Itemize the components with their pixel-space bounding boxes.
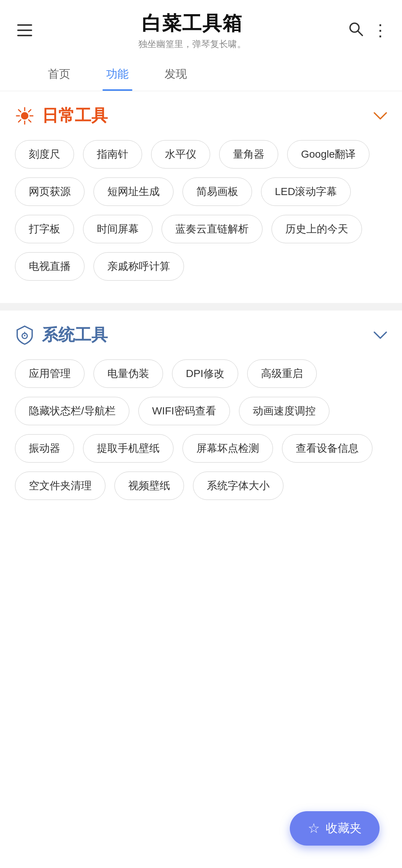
menu-icon[interactable] — [13, 24, 36, 36]
header-actions: ⋮ — [348, 21, 389, 40]
tabs-bar: 首页 功能 发现 — [0, 58, 402, 91]
system-tools-icon — [15, 325, 34, 345]
fab-label: 收藏夹 — [326, 820, 362, 837]
app-title: 白菜工具箱 — [142, 10, 243, 37]
tab-features[interactable]: 功能 — [88, 58, 147, 91]
system-tool-chip[interactable]: 隐藏状态栏/导航栏 — [15, 397, 129, 425]
tab-discover[interactable]: 发现 — [147, 58, 205, 91]
system-tool-chip[interactable]: 提取手机壁纸 — [83, 434, 174, 463]
header: 白菜工具箱 独坐幽篁里，弹琴复长啸。 ⋮ — [0, 0, 402, 58]
daily-tool-chip[interactable]: 指南针 — [83, 140, 142, 169]
svg-line-10 — [19, 109, 21, 112]
system-tools-section: 系统工具 应用管理电量伪装DPI修改高级重启隐藏状态栏/导航栏WIFI密码查看动… — [0, 311, 402, 515]
svg-line-11 — [29, 120, 31, 122]
tab-home[interactable]: 首页 — [30, 58, 88, 91]
daily-tool-chip[interactable]: 电视直播 — [15, 252, 85, 281]
system-tools-header: 系统工具 — [15, 324, 387, 346]
system-tool-chip[interactable]: 高级重启 — [247, 359, 317, 388]
daily-tool-chip[interactable]: 短网址生成 — [93, 177, 174, 206]
daily-tool-chip[interactable]: 时间屏幕 — [83, 215, 153, 243]
svg-line-12 — [29, 109, 31, 112]
daily-tool-chip[interactable]: 蓝奏云直链解析 — [162, 215, 263, 243]
daily-tool-chip[interactable]: 历史上的今天 — [271, 215, 362, 243]
system-tools-header-left: 系统工具 — [15, 324, 108, 346]
daily-tools-title: 日常工具 — [42, 105, 108, 127]
daily-tool-chip[interactable]: 打字板 — [15, 215, 74, 243]
daily-tool-chip[interactable]: 简易画板 — [182, 177, 252, 206]
svg-rect-2 — [17, 35, 32, 36]
system-tool-chip[interactable]: 电量伪装 — [93, 359, 163, 388]
daily-tool-chip[interactable]: 网页获源 — [15, 177, 85, 206]
header-title-block: 白菜工具箱 独坐幽篁里，弹琴复长啸。 — [36, 10, 348, 50]
system-tool-chip[interactable]: 屏幕坏点检测 — [182, 434, 273, 463]
daily-tools-chevron[interactable] — [374, 108, 387, 124]
system-tool-chip[interactable]: 振动器 — [15, 434, 74, 463]
daily-tool-chip[interactable]: 刻度尺 — [15, 140, 74, 169]
daily-tool-chip[interactable]: 量角器 — [219, 140, 278, 169]
svg-rect-0 — [17, 24, 32, 26]
svg-point-16 — [24, 335, 25, 336]
daily-tools-header: 日常工具 — [15, 105, 387, 127]
svg-line-4 — [358, 31, 362, 35]
svg-line-13 — [19, 120, 21, 122]
section-divider — [0, 303, 402, 311]
daily-tool-chip[interactable]: Google翻译 — [287, 140, 369, 169]
system-tools-chevron[interactable] — [374, 327, 387, 343]
svg-rect-1 — [17, 30, 32, 31]
system-tools-title: 系统工具 — [42, 324, 108, 346]
daily-tools-header-left: 日常工具 — [15, 105, 108, 127]
system-tool-chip[interactable]: 应用管理 — [15, 359, 85, 388]
search-icon[interactable] — [348, 21, 363, 40]
svg-point-5 — [21, 112, 28, 120]
fab-star-icon: ☆ — [308, 821, 320, 836]
favorites-fab[interactable]: ☆ 收藏夹 — [290, 811, 380, 846]
system-tools-chips: 应用管理电量伪装DPI修改高级重启隐藏状态栏/导航栏WIFI密码查看动画速度调控… — [15, 359, 387, 500]
daily-tool-chip[interactable]: 水平仪 — [151, 140, 210, 169]
daily-tool-chip[interactable]: 亲戚称呼计算 — [93, 252, 184, 281]
daily-tool-chip[interactable]: LED滚动字幕 — [261, 177, 351, 206]
system-tool-chip[interactable]: 空文件夹清理 — [15, 472, 105, 500]
daily-tools-section: 日常工具 刻度尺指南针水平仪量角器Google翻译网页获源短网址生成简易画板LE… — [0, 91, 402, 296]
system-tool-chip[interactable]: DPI修改 — [172, 359, 238, 388]
daily-tools-chips: 刻度尺指南针水平仪量角器Google翻译网页获源短网址生成简易画板LED滚动字幕… — [15, 140, 387, 281]
system-tool-chip[interactable]: 查看设备信息 — [282, 434, 372, 463]
system-tool-chip[interactable]: 动画速度调控 — [239, 397, 329, 425]
more-icon[interactable]: ⋮ — [372, 22, 389, 38]
system-tool-chip[interactable]: 系统字体大小 — [193, 472, 283, 500]
app-subtitle: 独坐幽篁里，弹琴复长啸。 — [138, 38, 246, 50]
system-tool-chip[interactable]: WIFI密码查看 — [138, 397, 230, 425]
daily-tools-icon — [15, 106, 34, 126]
system-tool-chip[interactable]: 视频壁纸 — [114, 472, 184, 500]
